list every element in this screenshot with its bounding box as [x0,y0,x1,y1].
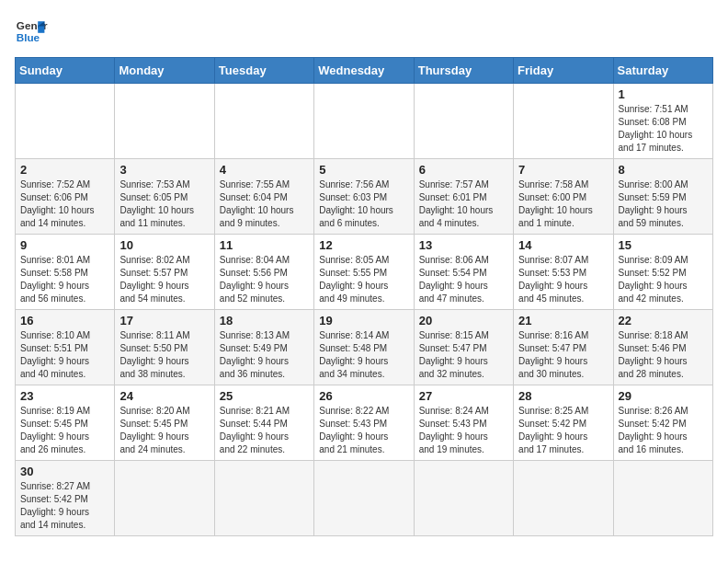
calendar-week-5: 23Sunrise: 8:19 AM Sunset: 5:45 PM Dayli… [16,385,713,461]
day-info: Sunrise: 8:22 AM Sunset: 5:43 PM Dayligh… [319,405,408,456]
day-number: 30 [20,465,109,478]
day-info: Sunrise: 8:05 AM Sunset: 5:55 PM Dayligh… [319,254,408,305]
calendar-cell [314,461,414,536]
day-number: 26 [319,389,408,403]
day-info: Sunrise: 7:53 AM Sunset: 6:05 PM Dayligh… [119,178,209,230]
calendar-cell: 9Sunrise: 8:01 AM Sunset: 5:58 PM Daylig… [16,235,115,310]
day-number: 19 [319,314,408,327]
day-info: Sunrise: 8:24 AM Sunset: 5:43 PM Dayligh… [419,405,508,456]
day-info: Sunrise: 8:11 AM Sunset: 5:50 PM Dayligh… [119,329,209,381]
calendar-cell: 24Sunrise: 8:20 AM Sunset: 5:45 PM Dayli… [115,385,214,461]
day-number: 18 [220,314,309,327]
weekday-header-wednesday: Wednesday [314,58,414,84]
day-info: Sunrise: 8:01 AM Sunset: 5:58 PM Dayligh… [20,254,109,305]
day-info: Sunrise: 8:14 AM Sunset: 5:48 PM Dayligh… [319,329,408,381]
day-number: 22 [619,314,708,327]
day-number: 8 [619,163,708,177]
calendar-cell: 22Sunrise: 8:18 AM Sunset: 5:46 PM Dayli… [613,310,712,385]
day-info: Sunrise: 8:19 AM Sunset: 5:45 PM Dayligh… [20,405,109,456]
calendar-cell [414,461,513,536]
day-number: 11 [220,238,309,252]
weekday-header-sunday: Sunday [16,58,115,84]
logo: General Blue [15,15,48,48]
calendar-cell: 6Sunrise: 7:57 AM Sunset: 6:01 PM Daylig… [414,159,513,235]
calendar-cell: 4Sunrise: 7:55 AM Sunset: 6:04 PM Daylig… [214,159,313,235]
day-info: Sunrise: 8:10 AM Sunset: 5:51 PM Dayligh… [20,329,109,381]
day-number: 28 [518,389,608,403]
calendar-cell: 10Sunrise: 8:02 AM Sunset: 5:57 PM Dayli… [115,235,214,310]
day-info: Sunrise: 8:16 AM Sunset: 5:47 PM Dayligh… [518,329,608,381]
day-number: 17 [119,314,209,327]
calendar-cell: 16Sunrise: 8:10 AM Sunset: 5:51 PM Dayli… [16,310,115,385]
day-number: 7 [518,163,608,177]
calendar-week-1: 1Sunrise: 7:51 AM Sunset: 6:08 PM Daylig… [16,84,713,159]
calendar-cell: 2Sunrise: 7:52 AM Sunset: 6:06 PM Daylig… [16,159,115,235]
calendar-cell [115,461,214,536]
day-number: 24 [119,389,209,403]
day-number: 27 [419,389,508,403]
calendar-cell: 30Sunrise: 8:27 AM Sunset: 5:42 PM Dayli… [16,461,115,536]
calendar-week-3: 9Sunrise: 8:01 AM Sunset: 5:58 PM Daylig… [16,235,713,310]
calendar-cell [514,84,613,159]
day-number: 1 [619,87,708,101]
day-number: 16 [20,314,109,327]
calendar-week-4: 16Sunrise: 8:10 AM Sunset: 5:51 PM Dayli… [16,310,713,385]
day-info: Sunrise: 8:09 AM Sunset: 5:52 PM Dayligh… [619,254,708,305]
day-number: 21 [518,314,608,327]
logo-icon: General Blue [15,15,48,48]
day-info: Sunrise: 8:02 AM Sunset: 5:57 PM Dayligh… [119,254,209,305]
day-number: 25 [220,389,309,403]
calendar-table: SundayMondayTuesdayWednesdayThursdayFrid… [15,57,713,536]
calendar-cell: 21Sunrise: 8:16 AM Sunset: 5:47 PM Dayli… [514,310,613,385]
svg-text:Blue: Blue [17,31,40,43]
calendar-cell: 11Sunrise: 8:04 AM Sunset: 5:56 PM Dayli… [214,235,313,310]
day-number: 29 [619,389,708,403]
weekday-header-row: SundayMondayTuesdayWednesdayThursdayFrid… [16,58,713,84]
calendar-cell: 8Sunrise: 8:00 AM Sunset: 5:59 PM Daylig… [613,159,712,235]
calendar-cell: 14Sunrise: 8:07 AM Sunset: 5:53 PM Dayli… [514,235,613,310]
calendar-cell [613,461,712,536]
calendar-week-2: 2Sunrise: 7:52 AM Sunset: 6:06 PM Daylig… [16,159,713,235]
weekday-header-tuesday: Tuesday [214,58,313,84]
day-info: Sunrise: 8:04 AM Sunset: 5:56 PM Dayligh… [220,254,309,305]
day-info: Sunrise: 8:06 AM Sunset: 5:54 PM Dayligh… [419,254,508,305]
day-number: 5 [319,163,408,177]
day-number: 13 [419,238,508,252]
calendar-cell: 26Sunrise: 8:22 AM Sunset: 5:43 PM Dayli… [314,385,414,461]
day-info: Sunrise: 7:56 AM Sunset: 6:03 PM Dayligh… [319,178,408,230]
calendar-cell: 29Sunrise: 8:26 AM Sunset: 5:42 PM Dayli… [613,385,712,461]
day-info: Sunrise: 8:26 AM Sunset: 5:42 PM Dayligh… [619,405,708,456]
day-number: 9 [20,238,109,252]
calendar-cell: 28Sunrise: 8:25 AM Sunset: 5:42 PM Dayli… [514,385,613,461]
day-info: Sunrise: 7:52 AM Sunset: 6:06 PM Dayligh… [20,178,109,230]
weekday-header-monday: Monday [115,58,214,84]
day-info: Sunrise: 7:58 AM Sunset: 6:00 PM Dayligh… [518,178,608,230]
day-number: 4 [220,163,309,177]
day-info: Sunrise: 8:25 AM Sunset: 5:42 PM Dayligh… [518,405,608,456]
calendar-cell [314,84,414,159]
calendar-cell: 18Sunrise: 8:13 AM Sunset: 5:49 PM Dayli… [214,310,313,385]
calendar-cell: 23Sunrise: 8:19 AM Sunset: 5:45 PM Dayli… [16,385,115,461]
calendar-cell: 17Sunrise: 8:11 AM Sunset: 5:50 PM Dayli… [115,310,214,385]
day-number: 10 [119,238,209,252]
calendar-cell: 20Sunrise: 8:15 AM Sunset: 5:47 PM Dayli… [414,310,513,385]
calendar-cell [514,461,613,536]
day-info: Sunrise: 7:57 AM Sunset: 6:01 PM Dayligh… [419,178,508,230]
day-number: 20 [419,314,508,327]
calendar-cell [214,461,313,536]
weekday-header-friday: Friday [514,58,613,84]
day-info: Sunrise: 7:55 AM Sunset: 6:04 PM Dayligh… [220,178,309,230]
day-number: 14 [518,238,608,252]
weekday-header-thursday: Thursday [414,58,513,84]
day-info: Sunrise: 8:07 AM Sunset: 5:53 PM Dayligh… [518,254,608,305]
day-number: 12 [319,238,408,252]
day-number: 3 [119,163,209,177]
weekday-header-saturday: Saturday [613,58,712,84]
day-info: Sunrise: 8:27 AM Sunset: 5:42 PM Dayligh… [20,480,109,532]
calendar-cell: 13Sunrise: 8:06 AM Sunset: 5:54 PM Dayli… [414,235,513,310]
day-info: Sunrise: 8:21 AM Sunset: 5:44 PM Dayligh… [220,405,309,456]
calendar-cell: 7Sunrise: 7:58 AM Sunset: 6:00 PM Daylig… [514,159,613,235]
calendar-cell: 27Sunrise: 8:24 AM Sunset: 5:43 PM Dayli… [414,385,513,461]
day-number: 2 [20,163,109,177]
calendar-cell: 1Sunrise: 7:51 AM Sunset: 6:08 PM Daylig… [613,84,712,159]
